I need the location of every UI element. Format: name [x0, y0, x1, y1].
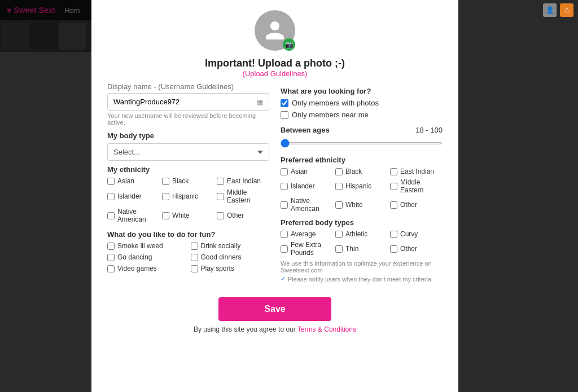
pref-eth-middle-eastern[interactable]: Middle Eastern	[390, 178, 443, 194]
display-name-value: WantingProduce972	[113, 98, 179, 106]
pref-ethnicity-label: Preferred ethnicity	[281, 156, 443, 164]
fun-checkboxes: Smoke lil weed Drink socially Go dancing…	[107, 242, 269, 272]
body-type-select[interactable]: Select... Slim Athletic Average Curvy A …	[107, 143, 269, 161]
ethnicity-middle-eastern-checkbox[interactable]	[217, 193, 224, 200]
notify-row: ✓ Please notify users when they don't me…	[281, 275, 443, 283]
pref-eth-asian-checkbox[interactable]	[281, 168, 288, 175]
ethnicity-islander[interactable]: Islander	[107, 188, 160, 204]
pref-body-average-checkbox[interactable]	[281, 231, 288, 238]
ethnicity-other-checkbox[interactable]	[217, 212, 224, 219]
ethnicity-islander-checkbox[interactable]	[107, 193, 115, 200]
display-name-label: Display name - (Username Guidelines)	[107, 82, 269, 91]
looking-photos[interactable]: Only members with photos	[281, 99, 443, 107]
ethnicity-native-american-checkbox[interactable]	[107, 212, 115, 219]
pref-eth-middle-eastern-checkbox[interactable]	[390, 183, 397, 190]
user-icon-box: 👤	[543, 3, 557, 17]
save-section: Save By using this site you agree to our…	[91, 292, 458, 340]
fun-drink[interactable]: Drink socially	[191, 242, 270, 250]
body-type-label: My body type	[107, 131, 269, 140]
ethnicity-white-checkbox[interactable]	[162, 212, 169, 219]
pref-eth-other-checkbox[interactable]	[390, 201, 397, 209]
ethnicity-white[interactable]: White	[162, 208, 214, 223]
fun-dinners-checkbox[interactable]	[191, 254, 198, 261]
pref-body-average[interactable]: Average	[281, 230, 333, 238]
fun-smoke[interactable]: Smoke lil weed	[107, 242, 186, 250]
ethnicity-checkboxes: Asian Black East Indian Islander	[107, 177, 269, 223]
pref-body-label: Preferred body types	[281, 218, 443, 227]
ethnicity-asian-checkbox[interactable]	[107, 178, 115, 185]
age-row: Between ages 18 - 100	[281, 126, 443, 134]
notify-checkmark-icon: ✓	[281, 275, 286, 283]
pref-eth-islander[interactable]: Islander	[281, 178, 333, 194]
pref-body-thin[interactable]: Thin	[335, 241, 388, 257]
ethnicity-hispanic-checkbox[interactable]	[162, 193, 169, 200]
pref-eth-hispanic[interactable]: Hispanic	[335, 178, 388, 194]
looking-for-options: Only members with photos Only members ne…	[281, 99, 443, 119]
fun-dancing[interactable]: Go dancing	[107, 253, 186, 261]
ethnicity-middle-eastern[interactable]: Middle Eastern	[217, 188, 269, 204]
terms-link[interactable]: Terms & Conditions	[297, 325, 356, 333]
fun-video-games[interactable]: Video games	[107, 265, 186, 272]
pref-eth-black[interactable]: Black	[335, 168, 388, 175]
ethnicity-hispanic[interactable]: Hispanic	[162, 188, 214, 204]
form-area: Display name - (Username Guidelines) Wan…	[91, 82, 458, 292]
pref-eth-east-indian-checkbox[interactable]	[390, 168, 397, 175]
ethnicity-east-indian-checkbox[interactable]	[217, 178, 224, 185]
ethnicity-east-indian[interactable]: East Indian	[217, 177, 269, 185]
right-column: What are you looking for? Only members w…	[281, 82, 443, 283]
pref-body-checkboxes: Average Athletic Curvy Few Extra Pounds	[281, 230, 443, 257]
fun-smoke-checkbox[interactable]	[107, 243, 115, 250]
pref-eth-native-american-checkbox[interactable]	[281, 201, 288, 209]
pref-eth-other[interactable]: Other	[390, 197, 443, 213]
ethnicity-black-checkbox[interactable]	[162, 178, 169, 185]
avatar[interactable]: 📷	[255, 10, 295, 51]
looking-near-me-checkbox[interactable]	[281, 111, 288, 119]
pref-eth-native-american[interactable]: Native American	[281, 197, 333, 213]
looking-near-me[interactable]: Only members near me	[281, 111, 443, 119]
fun-video-games-checkbox[interactable]	[107, 265, 115, 272]
left-column: Display name - (Username Guidelines) Wan…	[107, 82, 269, 283]
pref-eth-hispanic-checkbox[interactable]	[335, 183, 343, 190]
pref-body-curvy-checkbox[interactable]	[390, 231, 397, 238]
camera-badge[interactable]: 📷	[283, 38, 295, 51]
age-min-slider[interactable]	[281, 142, 443, 144]
pref-eth-white[interactable]: White	[335, 197, 388, 213]
fun-sports[interactable]: Play sports	[191, 265, 270, 272]
pref-body-other[interactable]: Other	[390, 241, 443, 257]
pref-eth-islander-checkbox[interactable]	[281, 183, 288, 190]
upload-guidelines-link[interactable]: (Upload Guidelines)	[243, 69, 308, 78]
pref-eth-asian[interactable]: Asian	[281, 168, 333, 175]
pref-body-athletic-checkbox[interactable]	[335, 231, 343, 238]
person-icon	[264, 19, 286, 42]
ethnicity-black[interactable]: Black	[162, 177, 214, 185]
looking-near-me-label: Only members near me	[292, 111, 369, 119]
terms-row: By using this site you agree to our Term…	[194, 325, 356, 333]
fun-drink-checkbox[interactable]	[191, 243, 198, 250]
pref-ethnicity-checkboxes: Asian Black East Indian Islander	[281, 168, 443, 213]
info-text: We use this information to optimize your…	[281, 260, 443, 274]
pref-eth-east-indian[interactable]: East Indian	[390, 168, 443, 175]
profile-modal: 📷 Important! Upload a photo ;-) (Upload …	[91, 0, 458, 392]
pref-body-curvy[interactable]: Curvy	[390, 230, 443, 238]
pref-eth-white-checkbox[interactable]	[335, 201, 343, 209]
pref-eth-black-checkbox[interactable]	[335, 168, 343, 175]
pref-body-extra-checkbox[interactable]	[281, 245, 288, 253]
ethnicity-other[interactable]: Other	[217, 208, 269, 223]
save-button[interactable]: Save	[218, 297, 331, 321]
terms-text: By using this site you agree to our	[194, 325, 296, 333]
fun-dancing-checkbox[interactable]	[107, 254, 115, 261]
ethnicity-native-american[interactable]: Native American	[107, 208, 160, 223]
looking-photos-checkbox[interactable]	[281, 99, 288, 107]
looking-for-label: What are you looking for?	[281, 87, 443, 95]
pref-body-thin-checkbox[interactable]	[335, 245, 343, 253]
input-icon: ▦	[257, 98, 263, 106]
pref-body-extra[interactable]: Few Extra Pounds	[281, 241, 333, 257]
fun-dinners[interactable]: Good dinners	[191, 253, 270, 261]
fun-sports-checkbox[interactable]	[191, 265, 198, 272]
ethnicity-asian[interactable]: Asian	[107, 177, 160, 185]
notify-text: Please notify users when they don't meet…	[288, 276, 431, 283]
display-name-input-wrapper[interactable]: WantingProduce972 ▦	[107, 93, 269, 111]
pref-body-athletic[interactable]: Athletic	[335, 230, 388, 238]
username-guidelines-hint: (Username Guidelines)	[158, 82, 234, 91]
pref-body-other-checkbox[interactable]	[390, 245, 397, 253]
